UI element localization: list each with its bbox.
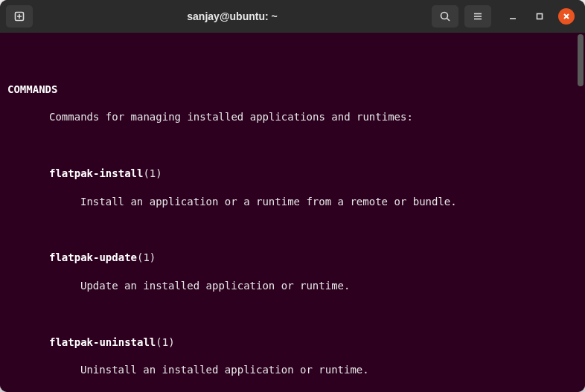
- close-icon: [563, 13, 570, 20]
- search-icon: [439, 10, 451, 22]
- terminal-window: sanjay@ubuntu: ~: [0, 0, 585, 392]
- command-name: flatpak-uninstall: [49, 336, 156, 348]
- command-section: (1): [143, 167, 162, 179]
- maximize-icon: [535, 12, 544, 21]
- command-desc: Uninstall an installed application or ru…: [7, 363, 578, 377]
- command-section: (1): [137, 251, 156, 263]
- svg-point-3: [441, 13, 448, 19]
- section-header: COMMANDS: [7, 83, 578, 97]
- titlebar: sanjay@ubuntu: ~: [0, 0, 585, 33]
- new-tab-icon: [13, 10, 25, 22]
- minimize-icon: [508, 12, 517, 21]
- command-desc: Install an application or a runtime from…: [7, 195, 578, 209]
- minimize-button[interactable]: [505, 8, 521, 25]
- menu-button[interactable]: [464, 5, 491, 28]
- scrollbar-thumb[interactable]: [578, 34, 584, 86]
- command-desc: Update an installed application or runti…: [7, 279, 578, 293]
- window-controls: [505, 8, 575, 25]
- maximize-button[interactable]: [531, 8, 548, 25]
- titlebar-right-controls: [432, 5, 579, 28]
- command-name: flatpak-install: [49, 167, 143, 179]
- svg-line-4: [447, 19, 450, 22]
- hamburger-icon: [472, 10, 484, 22]
- window-title: sanjay@ubuntu: ~: [39, 10, 426, 22]
- new-tab-button[interactable]: [6, 5, 33, 28]
- search-button[interactable]: [432, 5, 458, 28]
- section-intro: Commands for managing installed applicat…: [7, 110, 578, 124]
- man-page-content: COMMANDS Commands for managing installed…: [7, 40, 578, 392]
- scrollbar[interactable]: [578, 33, 584, 392]
- command-section: (1): [156, 336, 174, 348]
- terminal-content[interactable]: COMMANDS Commands for managing installed…: [0, 33, 585, 392]
- close-button[interactable]: [558, 8, 575, 25]
- svg-rect-9: [537, 14, 543, 19]
- command-name: flatpak-update: [49, 251, 137, 263]
